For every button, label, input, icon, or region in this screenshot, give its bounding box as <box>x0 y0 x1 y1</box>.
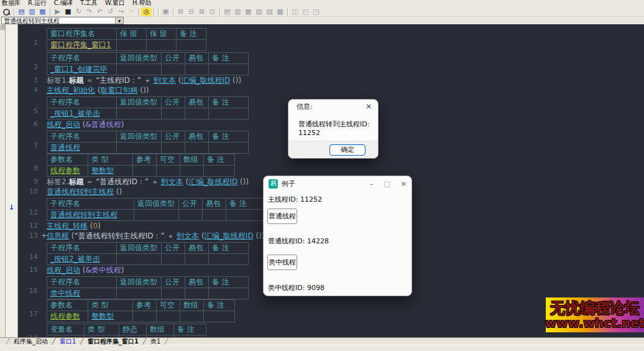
table-cell[interactable]: _按钮2_被单击 <box>47 254 117 265</box>
table-cell[interactable]: 类中线程 <box>47 288 117 299</box>
table-cell[interactable]: 线程参数 <box>47 166 88 177</box>
table-cell[interactable] <box>204 166 235 177</box>
align-right-icon[interactable]: ⊟ <box>186 7 196 16</box>
table-cell[interactable]: 窗口程序集_窗口1 <box>47 40 117 51</box>
table-cell[interactable] <box>179 210 203 221</box>
table-cell[interactable] <box>185 143 209 154</box>
bottom-tab[interactable]: 窗口程序集_窗口1 <box>80 338 147 345</box>
close-icon[interactable]: × <box>401 180 407 188</box>
resource-panel-icon[interactable]: ▦ <box>37 7 48 16</box>
table-cell[interactable]: 普通线程 <box>47 143 117 154</box>
table-cell[interactable] <box>180 166 204 177</box>
chevron-down-icon[interactable]: ▼ <box>115 17 123 24</box>
step-out-icon[interactable]: ↺ <box>105 7 116 16</box>
table-cell[interactable] <box>134 210 179 221</box>
step-over-icon[interactable]: ↶ <box>94 7 105 16</box>
ok-button[interactable]: 确定 <box>329 144 366 156</box>
table-cell[interactable] <box>185 108 209 119</box>
size-to-grid-icon[interactable]: ◳ <box>311 7 321 16</box>
subroutine-combobox[interactable]: 普通线程转到主线程 ▼ <box>1 17 124 24</box>
menu-item[interactable]: W.窗口 <box>105 0 125 7</box>
table-cell[interactable] <box>162 288 185 299</box>
form-grid-icon[interactable]: ▣ <box>160 7 171 16</box>
table-cell[interactable] <box>117 64 162 75</box>
program-panel-icon[interactable]: ▤ <box>16 7 27 16</box>
table-cell[interactable]: _窗口1_创建完毕 <box>47 64 117 75</box>
normal-thread-button[interactable]: 普通线程 <box>267 208 297 224</box>
align-left-icon[interactable]: ⊞ <box>175 7 186 16</box>
space-down-icon[interactable]: ◰ <box>300 7 311 16</box>
table-cell[interactable] <box>204 311 235 322</box>
table-cell[interactable] <box>209 254 249 265</box>
space-evenly-icon[interactable]: ▩ <box>275 7 285 16</box>
table-cell[interactable] <box>209 64 249 75</box>
center-vertical-icon[interactable]: ▥ <box>232 7 243 16</box>
table-cell[interactable] <box>147 40 177 51</box>
table-cell[interactable]: 整数型 <box>88 311 133 322</box>
align-bottom-icon[interactable]: ⊡ <box>207 7 218 16</box>
view-icon[interactable] <box>1 7 12 16</box>
find-icon[interactable]: ◎ <box>141 7 152 16</box>
module-panel-icon[interactable]: ▥ <box>27 7 37 16</box>
space-across-icon[interactable]: ◫ <box>290 7 300 16</box>
table-cell[interactable]: 普通线程转到主线程 <box>47 210 134 221</box>
table-cell[interactable]: 整数型 <box>88 166 133 177</box>
step-into-icon[interactable]: ↷ <box>84 7 94 16</box>
table-cell[interactable] <box>157 311 180 322</box>
table-cell[interactable] <box>162 254 185 265</box>
maximize-icon[interactable]: □ <box>384 180 390 188</box>
bookmark-arrow-icon[interactable]: ↓ <box>9 204 14 212</box>
fold-marker[interactable]: + <box>41 231 47 241</box>
table-cell[interactable]: 线程参数 <box>47 311 88 322</box>
bottom-tab[interactable]: 程序集_启动 <box>6 338 56 345</box>
align-top-icon[interactable]: ⊠ <box>196 7 207 16</box>
table-cell[interactable] <box>117 143 162 154</box>
table-cell[interactable] <box>117 40 147 51</box>
table-cell[interactable] <box>117 288 162 299</box>
code-line[interactable]: 4主线程_初始化 (取窗口句柄 ()) <box>18 85 644 95</box>
close-icon[interactable]: × <box>359 102 378 111</box>
center-horizontal-icon[interactable]: ▤ <box>222 7 232 16</box>
same-height-icon[interactable]: ▧ <box>254 7 264 16</box>
stop-icon[interactable]: ■ <box>63 7 73 16</box>
run-to-cursor-icon[interactable]: ↪ <box>116 7 126 16</box>
table-cell[interactable] <box>174 335 206 338</box>
table-cell[interactable] <box>209 288 249 299</box>
table-cell[interactable] <box>133 166 157 177</box>
menu-item[interactable]: 数据库 <box>2 0 21 7</box>
run-icon[interactable]: ▶ <box>52 7 63 16</box>
menu-item[interactable]: T.工具 <box>80 0 98 7</box>
minimize-icon[interactable]: – <box>370 180 374 188</box>
table-cell[interactable]: _按钮1_被单击 <box>47 108 117 119</box>
table-cell[interactable] <box>185 254 209 265</box>
table-cell[interactable] <box>117 108 162 119</box>
table-cell[interactable] <box>147 335 174 338</box>
table-cell[interactable] <box>119 335 147 338</box>
panel-close-icon[interactable]: × <box>1 25 5 30</box>
pause-icon[interactable]: ☞ <box>126 7 137 16</box>
restart-icon[interactable]: ↻ <box>73 7 84 16</box>
class-thread-button[interactable]: 类中线程 <box>267 255 297 270</box>
table-cell[interactable] <box>203 210 226 221</box>
table-cell[interactable] <box>162 143 185 154</box>
same-size-icon[interactable]: ▨ <box>264 7 275 16</box>
menu-item[interactable]: R.运行 <box>28 0 47 7</box>
same-width-icon[interactable]: ▦ <box>243 7 254 16</box>
menu-item[interactable]: H.帮助 <box>132 0 152 7</box>
bottom-tab[interactable]: 类1 <box>142 338 168 345</box>
code-line[interactable]: 3标签1.标题 ＝ “主线程ID：” ＋ 到文本 (汇编_取线程ID ()) <box>18 75 644 85</box>
table-cell[interactable] <box>157 166 180 177</box>
table-cell[interactable]: 类1 <box>47 335 85 338</box>
editor-gutter[interactable]: ↓ <box>6 24 18 337</box>
table-cell[interactable] <box>162 108 185 119</box>
table-cell[interactable] <box>177 40 206 51</box>
table-cell[interactable] <box>180 311 204 322</box>
table-cell[interactable] <box>162 64 185 75</box>
table-cell[interactable] <box>133 311 157 322</box>
menu-item[interactable]: C.编译 <box>54 0 73 7</box>
table-cell[interactable]: 类1 <box>85 335 119 338</box>
table-cell[interactable] <box>117 254 162 265</box>
table-cell[interactable] <box>185 288 209 299</box>
table-cell[interactable] <box>226 210 266 221</box>
table-cell[interactable] <box>209 143 249 154</box>
